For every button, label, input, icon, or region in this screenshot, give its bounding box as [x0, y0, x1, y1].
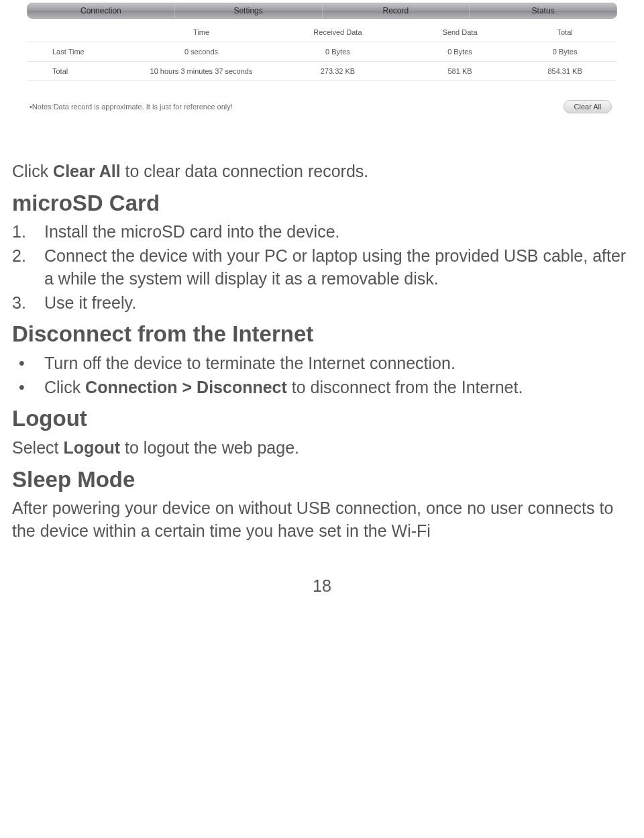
bold-connection-disconnect: Connection > Disconnect [85, 378, 287, 397]
tab-settings[interactable]: Settings [175, 3, 323, 18]
col-recv: Received Data [268, 23, 407, 42]
page-number: 18 [12, 576, 632, 596]
cell-total: 854.31 KB [513, 62, 617, 81]
list-item: • Click Connection > Disconnect to disco… [12, 376, 632, 399]
row-label: Last Time [27, 42, 134, 62]
tab-status[interactable]: Status [470, 3, 616, 18]
col-total: Total [513, 23, 617, 42]
heading-disconnect: Disconnect from the Internet [12, 319, 632, 350]
bold-logout: Logout [63, 438, 120, 457]
notes-text: •Notes:Data record is approximate. It is… [30, 103, 233, 111]
list-text: Connect the device with your PC or lapto… [44, 245, 632, 291]
table-row: Total 10 hours 3 minutes 37 seconds 273.… [27, 62, 617, 81]
data-record-figure: Connection Settings Record Status Time R… [27, 3, 617, 113]
cell-recv: 0 Bytes [268, 42, 407, 62]
table-header-row: Time Received Data Send Data Total [27, 23, 617, 42]
microsd-steps: 1. Install the microSD card into the dev… [12, 221, 632, 314]
row-label: Total [27, 62, 134, 81]
cell-send: 0 Bytes [407, 42, 513, 62]
list-item: 2. Connect the device with your PC or la… [12, 245, 632, 291]
disconnect-list: • Turn off the device to terminate the I… [12, 352, 632, 399]
text: to clear data connection records. [121, 162, 369, 180]
list-number: 2. [12, 245, 44, 291]
text: to logout the web page. [120, 438, 299, 457]
table-row: Last Time 0 seconds 0 Bytes 0 Bytes 0 By… [27, 42, 617, 62]
list-text: Click Connection > Disconnect to disconn… [44, 376, 632, 399]
col-blank [27, 23, 134, 42]
data-record-table: Time Received Data Send Data Total Last … [27, 23, 617, 81]
list-number: 1. [12, 221, 44, 244]
col-send: Send Data [407, 23, 513, 42]
text: Select [12, 438, 63, 457]
paragraph-sleep: After powering your device on without US… [12, 497, 632, 543]
list-text: Turn off the device to terminate the Int… [44, 352, 632, 375]
list-item: 1. Install the microSD card into the dev… [12, 221, 632, 244]
paragraph-clear-all: Click Clear All to clear data connection… [12, 160, 632, 183]
text: Click [44, 378, 85, 397]
tab-bar: Connection Settings Record Status [27, 3, 617, 19]
heading-microsd: microSD Card [12, 189, 632, 219]
bullet-icon: • [12, 376, 44, 399]
list-number: 3. [12, 292, 44, 315]
cell-time: 10 hours 3 minutes 37 seconds [134, 62, 268, 81]
list-item: 3. Use it freely. [12, 292, 632, 315]
cell-time: 0 seconds [134, 42, 268, 62]
col-time: Time [134, 23, 268, 42]
paragraph-logout: Select Logout to logout the web page. [12, 437, 632, 460]
cell-recv: 273.32 KB [268, 62, 407, 81]
list-text: Install the microSD card into the device… [44, 221, 632, 244]
heading-sleep-mode: Sleep Mode [12, 465, 632, 495]
cell-total: 0 Bytes [513, 42, 617, 62]
tab-connection[interactable]: Connection [28, 3, 175, 18]
text: to disconnect from the Internet. [287, 378, 523, 397]
list-item: • Turn off the device to terminate the I… [12, 352, 632, 375]
bullet-icon: • [12, 352, 44, 375]
heading-logout: Logout [12, 404, 632, 434]
bold-clear-all: Clear All [53, 162, 121, 180]
text: Click [12, 162, 53, 180]
tab-record[interactable]: Record [323, 3, 470, 18]
clear-all-button[interactable]: Clear All [564, 100, 612, 113]
cell-send: 581 KB [407, 62, 513, 81]
list-text: Use it freely. [44, 292, 632, 315]
